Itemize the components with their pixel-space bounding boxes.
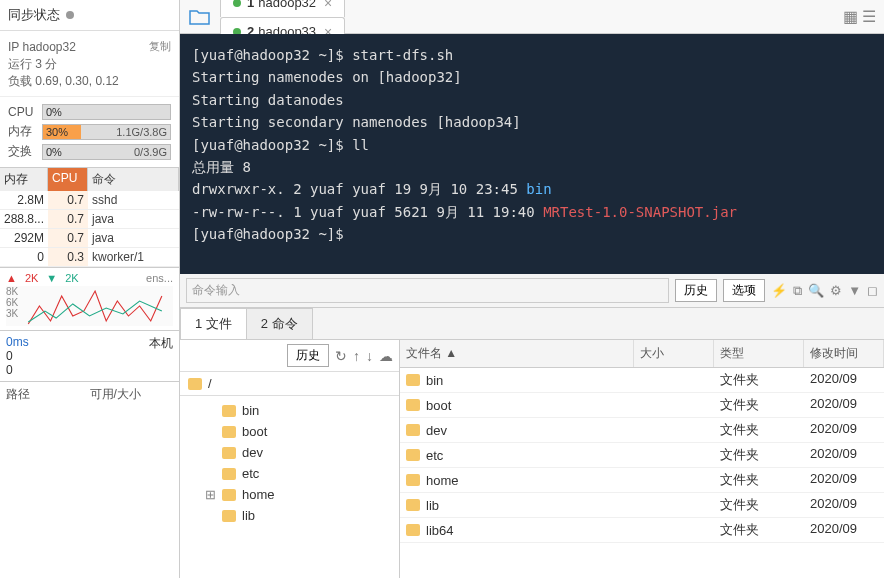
sidebar: 同步状态 IP hadoop32 复制 运行 3 分 负载 0.69, 0.30… [0,0,180,578]
file-list-panel: 文件名 ▲ 大小 类型 修改时间 bin文件夹2020/09boot文件夹202… [400,340,884,578]
folder-icon [222,468,236,480]
process-table: 内存 CPU 命令 2.8M0.7sshd288.8...0.7java292M… [0,167,179,267]
command-input-row: 命令输入 历史 选项 ⚡ ⧉ 🔍 ⚙ ▼ ◻ [180,274,884,308]
host-label: IP hadoop32 [8,40,76,54]
search-icon[interactable]: 🔍 [808,283,824,298]
tree-root[interactable]: / [180,372,399,396]
mem-bar: 30% 1.1G/3.8G [42,124,171,140]
folder-icon [188,378,202,390]
col-cpu-header[interactable]: CPU [48,168,88,191]
terminal[interactable]: [yuaf@hadoop32 ~]$ start-dfs.shStarting … [180,34,884,274]
tree-item[interactable]: boot [184,421,395,442]
bolt-icon[interactable]: ⚡ [771,283,787,298]
folder-icon [222,426,236,438]
mem-label: 内存 [8,123,38,140]
copy-icon[interactable]: ⧉ [793,283,802,299]
file-row[interactable]: etc文件夹2020/09 [400,443,884,468]
list-view-icon[interactable]: ☰ [862,7,876,26]
square-icon[interactable]: ◻ [867,283,878,298]
tree-item[interactable]: ⊞home [184,484,395,505]
process-row[interactable]: 288.8...0.7java [0,210,179,229]
process-row[interactable]: 00.3kworker/1 [0,248,179,267]
folder-icon [406,449,420,461]
folder-icon [406,374,420,386]
download-icon[interactable]: ↓ [366,348,373,364]
path-header[interactable]: 路径 [6,386,90,403]
col-mem-header[interactable]: 内存 [0,168,48,191]
close-icon[interactable]: × [324,0,332,11]
cpu-label: CPU [8,105,38,119]
col-type[interactable]: 类型 [714,340,804,367]
command-input[interactable]: 命令输入 [186,278,669,303]
folder-icon [406,424,420,436]
tree-item[interactable]: dev [184,442,395,463]
sync-status: 同步状态 [0,0,179,31]
avail-header[interactable]: 可用/大小 [90,386,174,403]
upload-icon[interactable]: ↑ [353,348,360,364]
file-row[interactable]: lib64文件夹2020/09 [400,518,884,543]
cloud-icon[interactable]: ☁ [379,348,393,364]
uptime-text: 运行 3 分 [8,56,171,73]
down-arrow-icon: ▼ [46,272,57,284]
load-text: 负载 0.69, 0.30, 0.12 [8,73,171,90]
refresh-icon[interactable]: ↻ [335,348,347,364]
sub-tabs: 1 文件2 命令 [180,308,884,340]
expand-icon[interactable]: ⊞ [204,487,216,502]
sync-indicator-icon [66,11,74,19]
sync-label: 同步状态 [8,6,60,24]
latency-label: 0ms [6,335,29,349]
tree-item[interactable]: bin [184,400,395,421]
folder-icon [222,510,236,522]
col-date[interactable]: 修改时间 [804,340,884,367]
folder-open-icon[interactable] [186,3,214,31]
tab-hadoop32[interactable]: 1hadoop32× [220,0,345,17]
file-tree-panel: 历史 ↻ ↑ ↓ ☁ / binbootdevetc⊞homelib [180,340,400,578]
file-row[interactable]: boot文件夹2020/09 [400,393,884,418]
gear-icon[interactable]: ⚙ [830,283,842,298]
folder-icon [406,524,420,536]
process-row[interactable]: 292M0.7java [0,229,179,248]
folder-icon [222,447,236,459]
sub-tab[interactable]: 2 命令 [246,308,313,339]
network-chart: ▲2K ▼2K ens... 8K 6K 3K [0,267,179,330]
file-row[interactable]: bin文件夹2020/09 [400,368,884,393]
file-row[interactable]: dev文件夹2020/09 [400,418,884,443]
tab-bar: 1hadoop32×2hadoop33× ▦ ☰ [180,0,884,34]
folder-icon [406,474,420,486]
status-dot-icon [233,0,241,7]
tree-item[interactable]: lib [184,505,395,526]
options-button[interactable]: 选项 [723,279,765,302]
col-cmd-header[interactable]: 命令 [88,168,179,191]
file-row[interactable]: home文件夹2020/09 [400,468,884,493]
col-filename[interactable]: 文件名 ▲ [400,340,634,367]
local-label: 本机 [149,336,173,350]
folder-icon [406,499,420,511]
swap-label: 交换 [8,143,38,160]
folder-icon [222,405,236,417]
tree-history-button[interactable]: 历史 [287,344,329,367]
tree-item[interactable]: etc [184,463,395,484]
folder-icon [222,489,236,501]
col-size[interactable]: 大小 [634,340,714,367]
main-area: 1hadoop32×2hadoop33× ▦ ☰ [yuaf@hadoop32 … [180,0,884,578]
cpu-bar: 0% [42,104,171,120]
process-row[interactable]: 2.8M0.7sshd [0,191,179,210]
up-arrow-icon: ▲ [6,272,17,284]
file-row[interactable]: lib文件夹2020/09 [400,493,884,518]
sub-tab[interactable]: 1 文件 [180,308,247,339]
chevron-down-icon[interactable]: ▼ [848,283,861,298]
folder-icon [406,399,420,411]
grid-view-icon[interactable]: ▦ [843,7,858,26]
copy-button[interactable]: 复制 [149,39,171,54]
history-button[interactable]: 历史 [675,279,717,302]
swap-bar: 0%0/3.9G [42,144,171,160]
